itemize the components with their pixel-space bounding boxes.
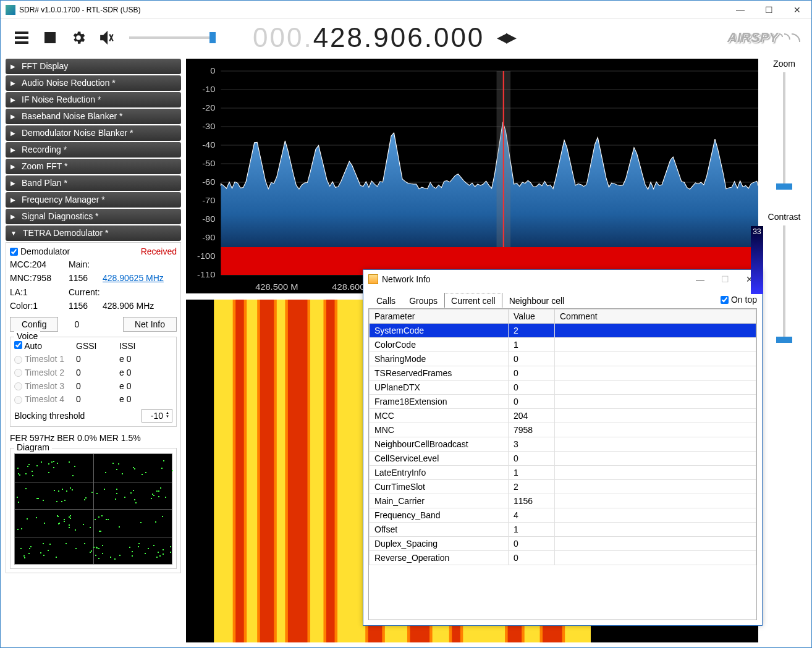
panel-header-signal-diagnostics-[interactable]: ▶Signal Diagnostics * — [6, 209, 181, 224]
panel-header-frequency-manager-[interactable]: ▶Frequency Manager * — [6, 192, 181, 208]
table-row[interactable]: MNC7958 — [370, 423, 756, 437]
table-row[interactable]: TSReservedFrames0 — [370, 366, 756, 381]
timeslot-radio[interactable]: Timeslot 1 — [14, 353, 76, 366]
tab-neighbour-cell[interactable]: Neighbour cell — [502, 293, 572, 308]
blocking-threshold-input[interactable]: ▲▼ — [142, 409, 172, 423]
timeslot-radio[interactable]: Timeslot 4 — [14, 393, 76, 406]
issi-header: ISSI — [119, 340, 163, 353]
issi-value: e 0 — [119, 380, 163, 393]
volume-slider[interactable] — [129, 36, 216, 39]
contrast-slider[interactable] — [783, 225, 785, 343]
table-row[interactable]: Reverse_Operation0 — [370, 551, 756, 565]
settings-button[interactable] — [69, 28, 88, 48]
table-row[interactable]: Frame18Extension0 — [370, 395, 756, 409]
panel-header-demodulator-noise-blanker-[interactable]: ▶Demodulator Noise Blanker * — [6, 125, 181, 141]
table-row[interactable]: SharingMode0 — [370, 352, 756, 366]
svg-text:-60: -60 — [202, 177, 216, 187]
panel-header-baseband-noise-blanker-[interactable]: ▶Baseband Noise Blanker * — [6, 109, 181, 124]
table-row[interactable]: UPlaneDTX0 — [370, 381, 756, 395]
airspy-logo: AIRSPY — [727, 30, 800, 46]
tab-current-cell[interactable]: Current cell — [444, 293, 502, 308]
fft-spectrum[interactable]: 0-10-20-30-40-50-60-70-80-90-100-110428.… — [186, 59, 758, 293]
window-title: SDR# v1.0.0.1700 - RTL-SDR (USB) — [19, 6, 726, 14]
zoom-label: Zoom — [773, 59, 795, 69]
panel-header-recording-[interactable]: ▶Recording * — [6, 142, 181, 158]
panel-header-audio-noise-reduction-[interactable]: ▶Audio Noise Reduction * — [6, 75, 181, 91]
main-channel: 1156 — [69, 271, 103, 285]
netinfo-button[interactable]: Net Info — [123, 317, 177, 332]
frequency-value: 428.906.000 — [313, 22, 485, 53]
volume-thumb[interactable] — [209, 32, 216, 43]
demodulator-checkbox[interactable]: Demodulator — [10, 246, 70, 256]
collapse-arrow-icon: ▶ — [11, 96, 15, 103]
table-row[interactable]: ColorCode1 — [370, 338, 756, 352]
menu-button[interactable] — [12, 28, 32, 48]
column-header[interactable]: Comment — [555, 309, 756, 324]
spin-down-icon[interactable]: ▼ — [166, 414, 169, 418]
panel-label: Band Plan * — [22, 178, 67, 188]
config-button[interactable]: Config — [10, 317, 58, 332]
minimize-button[interactable]: — — [726, 1, 755, 19]
la-label: LA:1 — [10, 285, 69, 299]
panel-header-band-plan-[interactable]: ▶Band Plan * — [6, 175, 181, 191]
netinfo-maximize-button[interactable]: ☐ — [713, 270, 737, 288]
svg-rect-40 — [326, 300, 336, 642]
main-label: Main: — [69, 258, 103, 271]
app-icon — [6, 5, 15, 15]
main-frequency-link[interactable]: 428.90625 MHz — [103, 271, 177, 285]
column-header[interactable]: Parameter — [370, 309, 509, 324]
maximize-button[interactable]: ☐ — [755, 1, 783, 19]
collapse-arrow-icon: ▶ — [11, 130, 15, 137]
table-row[interactable]: Duplex_Spacing0 — [370, 537, 756, 551]
panel-header-if-noise-reduction-[interactable]: ▶IF Noise Reduction * — [6, 92, 181, 107]
table-row[interactable]: Offset1 — [370, 523, 756, 537]
svg-text:-90: -90 — [202, 233, 216, 242]
column-header[interactable]: Value — [509, 309, 555, 324]
svg-text:-10: -10 — [202, 85, 216, 94]
tab-groups[interactable]: Groups — [402, 293, 444, 308]
table-row[interactable]: Frequency_Band4 — [370, 508, 756, 523]
stop-button[interactable] — [40, 28, 60, 48]
frequency-step-arrows[interactable]: ◀▶ — [497, 30, 515, 46]
mcc-label: MCC:204 — [10, 258, 69, 271]
svg-text:-100: -100 — [197, 251, 216, 261]
table-row[interactable]: Main_Carrier1156 — [370, 494, 756, 508]
svg-rect-38 — [285, 300, 288, 642]
svg-rect-32 — [233, 300, 236, 642]
close-button[interactable]: ✕ — [783, 1, 811, 19]
collapse-arrow-icon: ▶ — [11, 113, 15, 120]
color-label: Color:1 — [10, 299, 69, 313]
zoom-slider[interactable] — [783, 72, 785, 190]
panel-label: Demodulator Noise Blanker * — [22, 128, 133, 138]
netinfo-minimize-button[interactable]: — — [688, 270, 713, 288]
collapse-arrow-icon: ▶ — [11, 196, 15, 203]
constellation-diagram — [14, 453, 172, 565]
panel-header-fft-display[interactable]: ▶FFT Display — [6, 59, 181, 74]
svg-text:-110: -110 — [197, 270, 216, 279]
table-row[interactable]: CellServiceLevel0 — [370, 452, 756, 466]
panel-label: IF Noise Reduction * — [22, 95, 101, 104]
panel-header-tetra-demodulator-[interactable]: ▼TETRA Demodulator * — [6, 225, 181, 241]
blocking-threshold-label: Blocking threshold — [14, 411, 85, 421]
timeslot-radio[interactable]: Timeslot 3 — [14, 380, 76, 393]
timeslot-radio[interactable]: Timeslot 2 — [14, 366, 76, 380]
frequency-display[interactable]: 000. 428.906.000 ◀▶ — [253, 22, 515, 53]
table-row[interactable]: CurrTimeSlot2 — [370, 480, 756, 494]
collapse-arrow-icon: ▶ — [11, 163, 15, 170]
netinfo-grid[interactable]: ParameterValueComment SystemCode2ColorCo… — [368, 308, 757, 620]
svg-rect-42 — [335, 300, 338, 642]
panel-label: Audio Noise Reduction * — [22, 78, 116, 88]
hamburger-icon — [15, 32, 28, 44]
table-row[interactable]: SystemCode2 — [370, 324, 756, 338]
panel-label: Zoom FFT * — [22, 161, 67, 171]
table-row[interactable]: NeighbourCellBroadcast3 — [370, 437, 756, 452]
auto-checkbox[interactable]: Auto — [14, 340, 76, 353]
mute-button[interactable] — [97, 28, 117, 48]
contrast-label: Contrast — [768, 212, 801, 222]
panel-label: Signal Diagnostics * — [22, 211, 99, 221]
table-row[interactable]: MCC204 — [370, 409, 756, 423]
table-row[interactable]: LateEntryInfo1 — [370, 466, 756, 480]
panel-header-zoom-fft-[interactable]: ▶Zoom FFT * — [6, 159, 181, 174]
tab-calls[interactable]: Calls — [370, 293, 402, 308]
ontop-checkbox[interactable]: On top — [721, 295, 757, 305]
